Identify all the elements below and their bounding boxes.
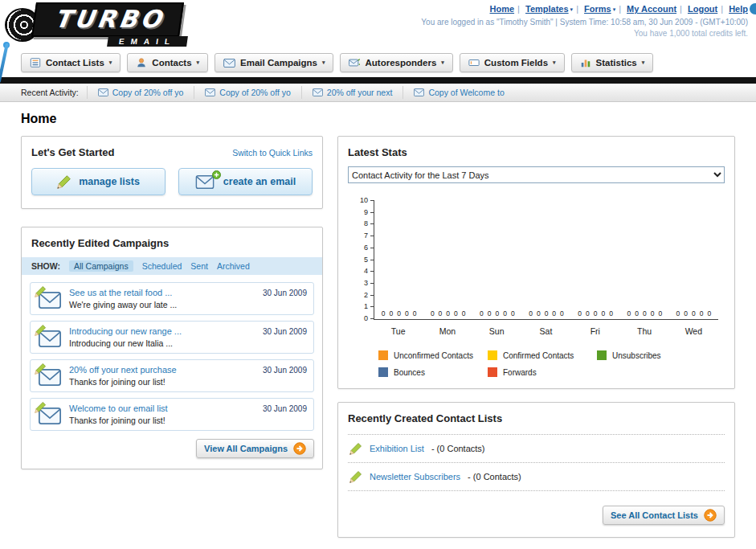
- nav-tab-contacts[interactable]: Contacts ▾: [127, 53, 208, 72]
- nav-tab-custom-fields[interactable]: Custom Fields ▾: [460, 53, 565, 72]
- switch-quick-links-link[interactable]: Switch to Quick Links: [232, 148, 313, 158]
- show-label: SHOW:: [31, 261, 60, 271]
- campaign-title-link[interactable]: Welcome to our email list: [69, 404, 255, 413]
- envelope-pencil-icon: [37, 326, 62, 347]
- legend-swatch: [488, 350, 497, 360]
- chart-value-label: 0: [537, 309, 541, 318]
- top-link-forms[interactable]: Forms: [584, 4, 611, 14]
- filter-tab-sent[interactable]: Sent: [190, 261, 208, 271]
- chevron-down-icon: ▾: [570, 6, 574, 12]
- recent-activity-item[interactable]: 20% off your next: [301, 86, 403, 99]
- stats-range-select[interactable]: Contact Activity for the Last 7 Days: [348, 166, 725, 183]
- filter-tab-all-campaigns[interactable]: All Campaigns: [69, 260, 133, 272]
- pencil-icon: [57, 174, 72, 189]
- nav-tab-email-campaigns[interactable]: Email Campaigns ▾: [215, 53, 333, 72]
- corner-decoration-dot: [750, 3, 756, 14]
- y-axis-tick-label: 2: [364, 291, 368, 299]
- chart-value-label: 0: [389, 309, 393, 318]
- filter-tab-scheduled[interactable]: Scheduled: [142, 261, 182, 271]
- recent-activity-item[interactable]: Copy of Welcome to: [403, 86, 514, 99]
- campaign-date: 30 Jun 2009: [263, 289, 307, 297]
- top-link-help[interactable]: Help: [729, 4, 748, 14]
- chart-value-label: 0: [480, 309, 484, 318]
- chart-value-label: 0: [658, 309, 662, 318]
- latest-stats-title: Latest Stats: [348, 146, 407, 158]
- contact-list-row[interactable]: Exhibition List - (0 Contacts): [348, 435, 725, 463]
- login-status-text: You are logged in as "Timothy Smith" | S…: [421, 18, 748, 27]
- nav-tab-statistics[interactable]: Statistics ▾: [571, 53, 654, 72]
- manage-lists-button[interactable]: manage lists: [31, 168, 166, 195]
- separator: |: [680, 4, 682, 14]
- campaign-title-link[interactable]: 20% off your next purchase: [69, 365, 255, 375]
- recent-activity-link[interactable]: Copy of 20% off yo: [112, 88, 184, 97]
- recent-campaigns-box: Recently Edited Campaigns SHOW: All Camp…: [21, 227, 323, 469]
- legend-swatch: [378, 367, 388, 377]
- envelope-icon: [414, 88, 424, 96]
- chart-values-row: 00000000000000000000000000000000000: [374, 309, 718, 318]
- left-column: Let's Get Started Switch to Quick Links …: [21, 136, 323, 469]
- nav-tab-contact-lists[interactable]: Contact Lists ▾: [21, 53, 121, 72]
- account-status-area: Home| Templates▾| Forms▾| My Account| Lo…: [421, 4, 748, 38]
- recent-activity-link[interactable]: Copy of Welcome to: [428, 88, 504, 97]
- see-all-contact-lists-label: See All Contact Lists: [611, 510, 698, 520]
- campaign-title-link[interactable]: Introducing our new range ...: [69, 326, 255, 336]
- contact-activity-chart: 00000000000000000000000000000000000 0123…: [338, 195, 734, 388]
- main-nav: Contact Lists ▾ Contacts ▾ Email Campaig…: [0, 51, 756, 77]
- chart-value-label: 0: [552, 309, 556, 318]
- chevron-down-icon: ▾: [613, 6, 616, 12]
- filter-tab-archived[interactable]: Archived: [217, 261, 250, 271]
- campaign-row[interactable]: See us at the retail food ... We're givi…: [30, 282, 314, 315]
- legend-label: Confirmed Contacts: [503, 351, 574, 360]
- recent-activity-item[interactable]: Copy of 20% off yo: [87, 86, 194, 99]
- recent-contact-lists-box: Recently Created Contact Lists Exhibitio…: [337, 402, 735, 538]
- envelope-icon: [223, 59, 235, 68]
- contact-list-name-link[interactable]: Newsletter Subscribers: [370, 472, 460, 481]
- y-axis-tick-label: 1: [364, 302, 368, 310]
- legend-label: Bounces: [394, 368, 425, 377]
- chart-value-label: 0: [439, 309, 443, 318]
- view-all-campaigns-button[interactable]: View All Campaigns: [196, 439, 314, 458]
- create-email-button[interactable]: create an email: [178, 168, 313, 195]
- recent-activity-strip: Recent Activity: Copy of 20% off yo Copy…: [0, 84, 756, 102]
- view-all-campaigns-label: View All Campaigns: [204, 444, 288, 453]
- contact-list-row[interactable]: Newsletter Subscribers - (0 Contacts): [348, 463, 725, 491]
- contact-list-name-link[interactable]: Exhibition List: [370, 444, 424, 453]
- turbo-email-logo[interactable]: TURBO EMAIL: [5, 2, 230, 49]
- legend-label: Unconfirmed Contacts: [394, 351, 473, 360]
- recent-activity-link[interactable]: Copy of 20% off yo: [219, 88, 291, 97]
- logo-title-text: TURBO: [53, 5, 166, 33]
- chart-legend: Unconfirmed ContactsConfirmed ContactsUn…: [378, 350, 706, 377]
- latest-stats-box: Latest Stats Contact Activity for the La…: [337, 136, 735, 389]
- recent-activity-item[interactable]: Copy of 20% off yo: [194, 86, 301, 99]
- chart-value-label: 0: [578, 309, 582, 318]
- chart-value-label: 0: [560, 309, 564, 318]
- recent-activity-link[interactable]: 20% off your next: [327, 88, 393, 97]
- top-link-home[interactable]: Home: [490, 4, 515, 14]
- nav-tab-label: Statistics: [596, 58, 637, 68]
- top-link-templates[interactable]: Templates: [525, 4, 569, 14]
- top-link-my-account[interactable]: My Account: [627, 4, 676, 14]
- logo-subtitle: EMAIL: [107, 36, 188, 47]
- nav-tab-autoresponders[interactable]: Autoresponders ▾: [340, 53, 452, 72]
- campaign-row[interactable]: Introducing our new range ... Introducin…: [30, 321, 314, 354]
- chart-value-group: 00000: [620, 309, 669, 318]
- bar-chart-icon: [580, 57, 591, 68]
- main-content: Home Let's Get Started Switch to Quick L…: [0, 102, 756, 549]
- campaign-title-link[interactable]: See us at the retail food ...: [69, 288, 255, 297]
- pencil-icon: [349, 442, 362, 455]
- campaign-row[interactable]: 20% off your next purchase Thanks for jo…: [30, 359, 314, 392]
- chart-value-label: 0: [708, 309, 712, 318]
- legend-swatch: [378, 350, 388, 360]
- campaign-date: 30 Jun 2009: [263, 404, 307, 413]
- see-all-contact-lists-button[interactable]: See All Contact Lists: [603, 506, 725, 525]
- campaign-row[interactable]: Welcome to our email list Thanks for joi…: [30, 398, 314, 431]
- legend-item: Unsubscribes: [597, 350, 706, 360]
- chart-plot: 00000000000000000000000000000000000 0123…: [374, 201, 718, 320]
- chevron-down-icon: ▾: [109, 59, 112, 66]
- recent-campaigns-title: Recently Edited Campaigns: [31, 237, 169, 249]
- x-axis-label: Thu: [619, 326, 668, 336]
- chevron-down-icon: ▾: [642, 59, 645, 66]
- top-link-logout[interactable]: Logout: [688, 4, 717, 14]
- legend-item: Confirmed Contacts: [488, 350, 597, 360]
- y-axis-tick: 8: [370, 223, 374, 224]
